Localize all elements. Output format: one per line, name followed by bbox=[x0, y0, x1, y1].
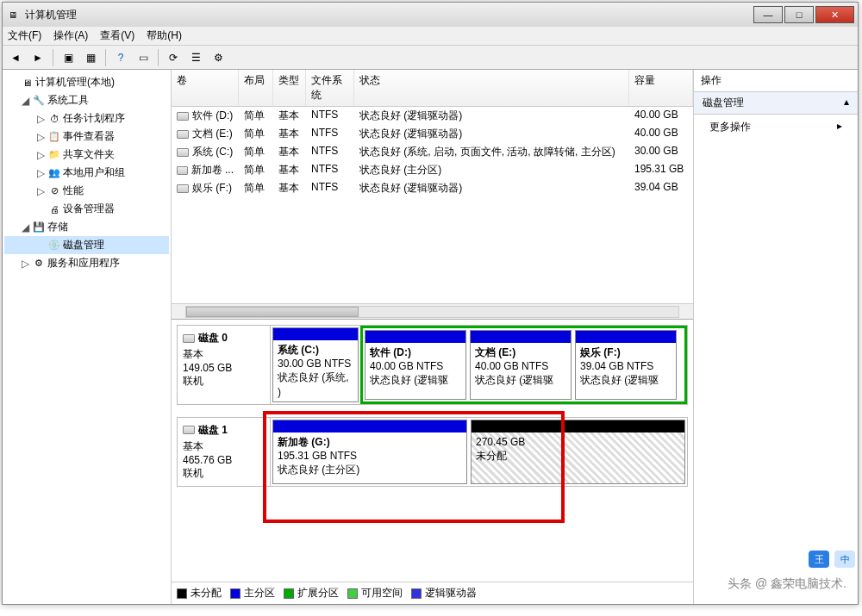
minimize-button[interactable]: — bbox=[753, 6, 783, 23]
disk-icon bbox=[177, 148, 189, 157]
nav-tree[interactable]: 🖥计算机管理(本地) ◢🔧系统工具 ▷⏱任务计划程序 ▷📋事件查看器 ▷📁共享文… bbox=[3, 70, 172, 604]
menu-help[interactable]: 帮助(H) bbox=[147, 28, 182, 43]
titlebar: 🖥 计算机管理 — □ ✕ bbox=[3, 3, 858, 27]
disk-icon bbox=[177, 112, 189, 121]
menubar: 文件(F) 操作(A) 查看(V) 帮助(H) bbox=[3, 27, 858, 46]
col-layout[interactable]: 布局 bbox=[239, 70, 273, 106]
chevron-right-icon: ▸ bbox=[837, 120, 842, 134]
table-row[interactable]: 软件 (D:) 简单基本 NTFS状态良好 (逻辑驱动器)40.00 GB bbox=[172, 107, 693, 125]
menu-file[interactable]: 文件(F) bbox=[8, 28, 41, 43]
col-status[interactable]: 状态 bbox=[354, 70, 629, 106]
table-row[interactable]: 文档 (E:) 简单基本 NTFS状态良好 (逻辑驱动器)40.00 GB bbox=[172, 125, 693, 143]
settings-icon[interactable]: ⚙ bbox=[209, 48, 228, 67]
actions-section[interactable]: 磁盘管理▴ bbox=[694, 92, 858, 115]
tree-services-apps[interactable]: ▷⚙服务和应用程序 bbox=[4, 254, 169, 272]
legend: 未分配 主分区 扩展分区 可用空间 逻辑驱动器 bbox=[172, 582, 693, 604]
tree-disk-management[interactable]: 💿磁盘管理 bbox=[4, 236, 169, 254]
disk-row: 磁盘 1基本465.76 GB联机新加卷 (G:)195.31 GB NTFS状… bbox=[177, 417, 688, 487]
refresh-icon[interactable]: ⟳ bbox=[164, 48, 183, 67]
table-row[interactable]: 新加卷 ... 简单基本 NTFS状态良好 (主分区)195.31 GB bbox=[172, 161, 693, 179]
properties-icon[interactable]: ▦ bbox=[81, 48, 100, 67]
partition[interactable]: 系统 (C:)30.00 GB NTFS状态良好 (系统, ) bbox=[272, 327, 359, 402]
forward-button[interactable]: ► bbox=[28, 48, 47, 67]
help-icon[interactable]: ? bbox=[111, 48, 130, 67]
tree-event-viewer[interactable]: ▷📋事件查看器 bbox=[4, 128, 169, 146]
col-capacity[interactable]: 容量 bbox=[629, 70, 693, 106]
back-button[interactable]: ◄ bbox=[6, 48, 25, 67]
float-badges: 王中 bbox=[809, 551, 855, 568]
maximize-button[interactable]: □ bbox=[784, 6, 814, 23]
tree-task-scheduler[interactable]: ▷⏱任务计划程序 bbox=[4, 109, 169, 128]
table-row[interactable]: 娱乐 (F:) 简单基本 NTFS状态良好 (逻辑驱动器)39.04 GB bbox=[172, 179, 693, 197]
close-button[interactable]: ✕ bbox=[815, 6, 854, 23]
partition[interactable]: 软件 (D:)40.00 GB NTFS状态良好 (逻辑驱 bbox=[365, 330, 466, 400]
extended-partition: 软件 (D:)40.00 GB NTFS状态良好 (逻辑驱文档 (E:)40.0… bbox=[360, 326, 687, 404]
disk-icon bbox=[177, 130, 189, 139]
unallocated-space[interactable]: 270.45 GB未分配 bbox=[471, 420, 685, 484]
up-icon[interactable]: ▣ bbox=[59, 48, 78, 67]
actions-pane: 操作 磁盘管理▴ 更多操作▸ bbox=[694, 70, 858, 604]
disk-info[interactable]: 磁盘 1基本465.76 GB联机 bbox=[178, 418, 271, 486]
tree-device-manager[interactable]: 🖨设备管理器 bbox=[4, 200, 169, 218]
actions-more[interactable]: 更多操作▸ bbox=[694, 115, 858, 140]
volume-list-header: 卷 布局 类型 文件系统 状态 容量 bbox=[172, 70, 693, 107]
tree-system-tools[interactable]: ◢🔧系统工具 bbox=[4, 91, 169, 109]
tree-performance[interactable]: ▷⊘性能 bbox=[4, 182, 169, 200]
disk-row: 磁盘 0基本149.05 GB联机系统 (C:)30.00 GB NTFS状态良… bbox=[177, 325, 688, 405]
volume-list: 卷 布局 类型 文件系统 状态 容量 软件 (D:) 简单基本 NTFS状态良好… bbox=[172, 70, 693, 320]
col-volume[interactable]: 卷 bbox=[172, 70, 239, 106]
disk-icon bbox=[177, 166, 188, 175]
window-title: 计算机管理 bbox=[25, 8, 752, 22]
disk-icon bbox=[177, 184, 189, 193]
horizontal-scrollbar[interactable] bbox=[172, 303, 693, 319]
app-icon: 🖥 bbox=[6, 8, 20, 22]
view-icon[interactable]: ▭ bbox=[134, 48, 153, 67]
tree-shared-folders[interactable]: ▷📁共享文件夹 bbox=[4, 146, 169, 164]
partition[interactable]: 新加卷 (G:)195.31 GB NTFS状态良好 (主分区) bbox=[272, 420, 467, 484]
partition[interactable]: 文档 (E:)40.00 GB NTFS状态良好 (逻辑驱 bbox=[470, 330, 572, 400]
volume-rows[interactable]: 软件 (D:) 简单基本 NTFS状态良好 (逻辑驱动器)40.00 GB文档 … bbox=[172, 107, 693, 303]
tree-storage[interactable]: ◢💾存储 bbox=[4, 218, 169, 236]
list-icon[interactable]: ☰ bbox=[186, 48, 205, 67]
col-filesystem[interactable]: 文件系统 bbox=[306, 70, 354, 106]
watermark: 头条 @ 鑫荣电脑技术. bbox=[728, 576, 846, 592]
partition[interactable]: 娱乐 (F:)39.04 GB NTFS状态良好 (逻辑驱 bbox=[575, 330, 677, 400]
menu-action[interactable]: 操作(A) bbox=[53, 28, 88, 43]
menu-view[interactable]: 查看(V) bbox=[100, 28, 134, 43]
actions-header: 操作 bbox=[694, 70, 858, 92]
tree-local-users[interactable]: ▷👥本地用户和组 bbox=[4, 164, 169, 182]
disk-diagram: 磁盘 0基本149.05 GB联机系统 (C:)30.00 GB NTFS状态良… bbox=[172, 320, 693, 582]
tree-root[interactable]: 🖥计算机管理(本地) bbox=[4, 73, 169, 91]
toolbar: ◄ ► ▣ ▦ ? ▭ ⟳ ☰ ⚙ bbox=[3, 46, 858, 70]
collapse-icon[interactable]: ▴ bbox=[844, 96, 849, 110]
table-row[interactable]: 系统 (C:) 简单基本 NTFS状态良好 (系统, 启动, 页面文件, 活动,… bbox=[172, 143, 693, 161]
col-type[interactable]: 类型 bbox=[273, 70, 306, 106]
disk-info[interactable]: 磁盘 0基本149.05 GB联机 bbox=[178, 326, 271, 404]
